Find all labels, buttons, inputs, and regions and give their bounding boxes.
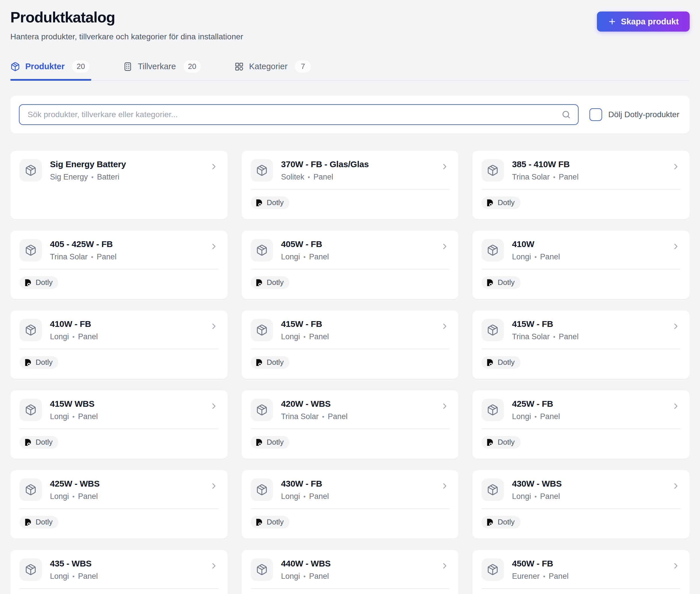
product-category: Batteri [97, 173, 119, 182]
product-card[interactable]: 415W - FB Longi • Panel [242, 310, 459, 379]
bullet-separator: • [553, 173, 555, 181]
card-footer: Dotly [482, 196, 680, 209]
product-card[interactable]: 415W - FB Trina Solar • Panel [472, 310, 690, 379]
card-footer: Dotly [251, 276, 450, 289]
search-box [19, 104, 579, 125]
product-card-header: 450W - FB Eurener • Panel [482, 558, 680, 581]
hide-dotly-checkbox[interactable] [590, 108, 602, 121]
tab-bar: Produkter 20 Tillverkare 20 Kategorier 7 [10, 60, 690, 81]
product-name: 435 - WBS [50, 559, 201, 568]
product-card-header: 410W Longi • Panel [482, 239, 680, 261]
chevron-right-icon [671, 482, 680, 491]
product-text: 405 - 425W - FB Trina Solar • Panel [50, 239, 201, 261]
product-text: 425W - FB Longi • Panel [512, 398, 663, 421]
search-input[interactable] [19, 104, 579, 125]
dotly-badge-label: Dotly [36, 518, 53, 527]
product-manufacturer: Eurener [512, 572, 539, 581]
product-text: 415W WBS Longi • Panel [50, 398, 201, 421]
product-card[interactable]: 410W Longi • Panel [472, 231, 690, 299]
package-icon [251, 159, 273, 182]
product-card[interactable]: 405W - FB Longi • Panel [242, 231, 459, 299]
dotly-badge: Dotly [251, 436, 289, 449]
product-meta: Longi • Panel [281, 572, 432, 581]
card-divider [20, 429, 218, 429]
product-card-header: Sig Energy Battery Sig Energy • Batteri [20, 159, 218, 182]
product-category: Panel [540, 492, 560, 501]
product-card-header: 430W - WBS Longi • Panel [482, 478, 680, 501]
plus-icon [608, 17, 617, 26]
product-card[interactable]: 410W - FB Longi • Panel [10, 310, 228, 379]
product-manufacturer: Longi [281, 253, 300, 261]
bullet-separator: • [72, 333, 75, 341]
dotly-badge-label: Dotly [498, 358, 515, 367]
product-card-header: 435 - WBS Longi • Panel [20, 558, 218, 581]
dotly-badge: Dotly [251, 276, 289, 289]
product-card-header: 370W - FB - Glas/Glas Solitek • Panel [251, 159, 450, 182]
package-icon [20, 478, 42, 501]
package-icon [482, 239, 504, 261]
product-card-header: 415W WBS Longi • Panel [20, 398, 218, 421]
categories-icon [234, 62, 244, 71]
product-card[interactable]: 405 - 425W - FB Trina Solar • Panel [10, 231, 228, 299]
dotly-badge-label: Dotly [267, 358, 284, 367]
tab-kategorier[interactable]: Kategorier 7 [234, 60, 313, 80]
dotly-badge-label: Dotly [267, 198, 284, 207]
product-card[interactable]: 385 - 410W FB Trina Solar • Panel [472, 151, 690, 219]
product-card[interactable]: 430W - WBS Longi • Panel [472, 470, 690, 538]
product-name: 410W - FB [50, 319, 201, 329]
chevron-right-icon [440, 242, 449, 251]
product-category: Panel [327, 412, 347, 421]
dotly-logo-icon [24, 278, 32, 287]
card-footer: Dotly [482, 516, 680, 529]
product-text: 420W - WBS Trina Solar • Panel [281, 398, 432, 421]
product-card[interactable]: 430W - FB Longi • Panel [242, 470, 459, 538]
dotly-badge-label: Dotly [36, 438, 53, 447]
product-name: 440W - WBS [281, 559, 432, 568]
product-name: 370W - FB - Glas/Glas [281, 159, 432, 169]
product-manufacturer: Longi [512, 253, 531, 261]
card-footer: Dotly [482, 276, 680, 289]
product-card[interactable]: 370W - FB - Glas/Glas Solitek • Panel [242, 151, 459, 219]
card-divider [251, 588, 450, 589]
product-card[interactable]: 425W - WBS Longi • Panel [10, 470, 228, 538]
product-card[interactable]: 420W - WBS Trina Solar • Panel [242, 390, 459, 459]
product-text: 435 - WBS Longi • Panel [50, 558, 201, 581]
dotly-logo-icon [486, 358, 494, 367]
product-name: 425W - WBS [50, 479, 201, 489]
building-icon [123, 62, 133, 71]
dotly-badge-label: Dotly [36, 278, 53, 287]
tab-produkter[interactable]: Produkter 20 [10, 60, 91, 80]
dotly-logo-icon [24, 358, 32, 367]
product-name: 430W - FB [281, 479, 432, 489]
page-header-text: Produktkatalog Hantera produkter, tillve… [10, 9, 243, 41]
tab-label: Produkter [25, 62, 65, 71]
product-card-header: 425W - FB Longi • Panel [482, 398, 680, 421]
package-icon [482, 478, 504, 501]
dotly-badge-label: Dotly [498, 198, 515, 207]
product-category: Panel [309, 572, 329, 581]
card-footer: Dotly [251, 196, 450, 209]
card-footer: Dotly [251, 516, 450, 529]
product-card[interactable]: Sig Energy Battery Sig Energy • Batteri [10, 151, 228, 219]
bullet-separator: • [534, 413, 537, 421]
product-name: Sig Energy Battery [50, 159, 201, 169]
product-card[interactable]: 415W WBS Longi • Panel [10, 390, 228, 459]
bullet-separator: • [534, 253, 537, 261]
product-card[interactable]: 450W - FB Eurener • Panel [472, 550, 690, 594]
product-category: Panel [309, 492, 329, 501]
card-footer: Dotly [482, 356, 680, 369]
product-card[interactable]: 425W - FB Longi • Panel [472, 390, 690, 459]
create-product-button[interactable]: Skapa produkt [597, 11, 690, 32]
product-meta: Trina Solar • Panel [50, 253, 201, 261]
bullet-separator: • [553, 333, 555, 341]
product-card[interactable]: 435 - WBS Longi • Panel [10, 550, 228, 594]
tab-tillverkare[interactable]: Tillverkare 20 [123, 60, 203, 80]
product-name: 415W WBS [50, 399, 201, 409]
package-icon [482, 399, 504, 421]
product-meta: Trina Solar • Panel [512, 332, 663, 341]
product-manufacturer: Trina Solar [50, 253, 88, 261]
product-card[interactable]: 440W - WBS Longi • Panel [242, 550, 459, 594]
card-divider [482, 269, 680, 269]
product-text: 405W - FB Longi • Panel [281, 239, 432, 261]
product-category: Panel [78, 572, 98, 581]
